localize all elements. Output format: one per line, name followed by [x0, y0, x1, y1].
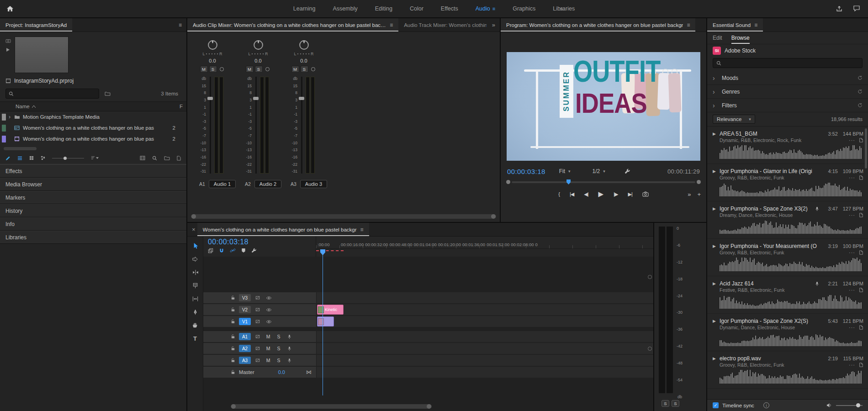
solo-button[interactable]: S [276, 358, 281, 363]
pan-knob[interactable] [298, 39, 310, 51]
track-name-field[interactable]: Audio 3 [300, 180, 327, 188]
label-swatch[interactable] [2, 125, 6, 132]
stacked-panel-tab[interactable]: Markers [0, 191, 186, 204]
quick-export-icon[interactable] [836, 5, 842, 12]
sort-dropdown[interactable]: Relevance ▾ [713, 115, 755, 124]
sync-lock-icon[interactable] [255, 346, 260, 351]
tab-audio-clip-mixer[interactable]: Audio Clip Mixer: Women's clothing on a … [187, 18, 398, 32]
track-lane-v2[interactable]: Kinetic [316, 304, 653, 315]
list-item-bin[interactable]: › Motion Graphics Template Media [0, 111, 186, 122]
new-item-icon[interactable] [177, 156, 181, 161]
pan-knob[interactable] [253, 39, 264, 51]
selection-tool[interactable] [189, 240, 201, 251]
panel-menu-icon[interactable]: ≡ [754, 22, 757, 28]
meter-solo-right[interactable]: S [672, 400, 679, 407]
workspace-tab[interactable]: Effects [441, 5, 458, 12]
track-target-a2[interactable]: A2 [239, 345, 251, 352]
mute-button[interactable]: M [266, 358, 270, 363]
label-swatch[interactable] [2, 136, 6, 142]
time-ruler[interactable]: :00:0000:00:16:0000:00:32:0000:00:48:000… [316, 237, 653, 249]
track-target-v1[interactable]: V1 [239, 318, 251, 325]
reset-icon[interactable] [857, 75, 863, 80]
program-scrubber[interactable] [506, 179, 701, 186]
new-bin-icon[interactable] [164, 156, 170, 160]
linked-selection-icon[interactable] [230, 248, 236, 253]
waveform-preview[interactable] [720, 258, 863, 271]
freeform-view-icon[interactable] [41, 156, 45, 160]
eye-icon[interactable] [266, 308, 272, 312]
license-icon[interactable] [859, 288, 863, 292]
preview-play-icon[interactable] [5, 47, 11, 52]
stock-track-item[interactable]: ▶ Igor Pumphonia - Glamor in Life (Origi… [707, 164, 868, 201]
panel-menu-icon[interactable]: ≡ [179, 22, 186, 28]
icon-view-icon[interactable] [29, 156, 34, 160]
program-playhead[interactable] [566, 179, 571, 184]
mic-icon[interactable] [287, 358, 291, 363]
chevron-right-icon[interactable]: › [713, 88, 718, 95]
track-target-a3[interactable]: A3 [239, 357, 251, 364]
ripple-edit-tool[interactable] [189, 267, 201, 278]
button-overflow-icon[interactable]: » [688, 191, 691, 198]
project-hscrollbar[interactable] [4, 147, 183, 150]
track-lane-master[interactable] [316, 367, 653, 378]
play-icon[interactable]: ▶ [598, 190, 604, 198]
tab-program[interactable]: Program: Women's clothing on a white clo… [501, 18, 695, 32]
resolution-dropdown[interactable]: 1/2 ▾ [593, 168, 605, 174]
label-swatch[interactable] [2, 114, 6, 121]
stacked-panel-tab[interactable]: Info [0, 217, 186, 231]
lock-icon[interactable] [231, 295, 235, 300]
mic-icon[interactable] [287, 334, 291, 339]
chevron-right-icon[interactable]: › [713, 102, 718, 109]
step-back-icon[interactable]: ◀| [584, 191, 588, 197]
stacked-panel-tab[interactable]: Libraries [0, 231, 186, 244]
tab-edit[interactable]: Edit [713, 32, 722, 44]
reset-icon[interactable] [857, 103, 863, 108]
mute-button[interactable]: M [246, 66, 254, 73]
nest-icon[interactable] [208, 248, 213, 253]
thumbnail-zoom-slider[interactable] [52, 156, 84, 160]
timeline-vscrollbar[interactable] [648, 275, 652, 351]
settings-wrench-icon[interactable] [625, 169, 630, 174]
chevron-right-icon[interactable]: › [713, 74, 718, 82]
sync-lock-icon[interactable] [255, 319, 260, 324]
provider-row[interactable]: St Adobe Stock [707, 44, 868, 57]
work-area-strip[interactable] [316, 249, 653, 256]
stock-track-item[interactable]: ▶ Igor Pumphonia - Space Zone X3(2) 3:47… [707, 201, 868, 239]
workspace-overflow-button[interactable]: » [560, 5, 563, 12]
razor-tool[interactable] [189, 280, 201, 291]
project-list-header[interactable]: Name F [0, 101, 186, 111]
reset-icon[interactable] [857, 89, 863, 94]
track-header-a3[interactable]: A3 M S [203, 355, 316, 366]
list-item-sequence[interactable]: Women's clothing on a white clothes hang… [0, 122, 186, 133]
keyframe-toggle-icon[interactable] [218, 66, 225, 73]
list-scrollbar[interactable] [865, 128, 867, 169]
workspace-tab[interactable]: Assembly [333, 5, 358, 12]
waveform-preview[interactable] [720, 183, 863, 196]
more-options-button[interactable]: ··· [849, 362, 855, 368]
solo-button[interactable]: S [276, 334, 281, 339]
pan-value[interactable]: 0.0 [209, 58, 216, 63]
pan-value[interactable]: 0.0 [254, 58, 261, 63]
fit-dropdown[interactable]: Fit ▾ [559, 168, 571, 174]
slip-tool[interactable] [189, 293, 201, 304]
automate-to-sequence-icon[interactable] [140, 156, 145, 160]
list-view-icon[interactable] [17, 156, 22, 160]
timeline-timecode[interactable]: 00:00:03:18 [208, 238, 316, 246]
list-item-clip[interactable]: Women's clothing on a white clothes hang… [0, 133, 186, 144]
more-options-button[interactable]: ··· [849, 250, 855, 255]
filter-section-row[interactable]: › Genres [707, 85, 868, 99]
workspace-tab[interactable]: Learning [293, 5, 316, 12]
mixer-hscrollbar[interactable] [191, 214, 496, 219]
more-options-button[interactable]: ··· [849, 325, 855, 330]
workspace-tab[interactable]: Color [410, 5, 423, 12]
waveform-preview[interactable] [720, 145, 863, 159]
volume-fader[interactable] [207, 77, 213, 174]
eye-icon[interactable] [266, 320, 272, 324]
tab-audio-track-mixer[interactable]: Audio Track Mixer: Women's clothin [398, 18, 492, 32]
track-lane-v3[interactable] [316, 292, 653, 303]
meter-solo-left[interactable]: S [662, 400, 669, 407]
mute-button[interactable]: M [200, 66, 208, 73]
playhead[interactable] [323, 249, 323, 395]
speaker-icon[interactable] [826, 403, 832, 408]
project-search-input[interactable] [5, 89, 99, 99]
